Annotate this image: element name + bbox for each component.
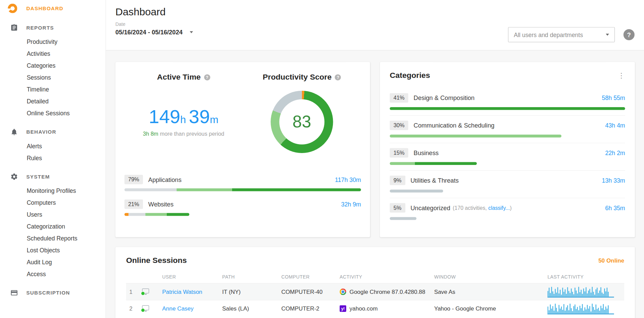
sidebar-section-label: SYSTEM <box>26 174 50 180</box>
sidebar-section-label: BEHAVIOR <box>26 129 56 135</box>
sidebar-section-behavior: BEHAVIOR Alerts Rules <box>0 125 106 164</box>
bar-segment <box>125 213 128 216</box>
category-percent-badge: 15% <box>390 148 408 158</box>
websites-stat: 21% Websites 32h 9m <box>125 199 361 216</box>
category-value: 22h 2m <box>605 150 625 156</box>
category-percent-badge: 30% <box>390 121 408 130</box>
category-row: 9% Utilities & Threats 13h 33m <box>390 171 625 198</box>
users-filter-select[interactable]: All users and departments <box>508 27 615 43</box>
sidebar-section-reports-header[interactable]: REPORTS <box>0 21 106 34</box>
sidebar: DASHBOARD REPORTS Productivity Activitie… <box>0 0 106 318</box>
chevron-down-icon <box>606 34 609 36</box>
column-header-activity: ACTIVITY <box>340 274 434 279</box>
sidebar-item-audit-log[interactable]: Audit Log <box>0 256 106 268</box>
bar-segment <box>390 135 562 137</box>
category-percent-badge: 9% <box>390 175 405 185</box>
applications-label: Applications <box>148 176 182 183</box>
sidebar-item-access[interactable]: Access <box>0 268 106 280</box>
category-row: 15% Business 22h 2m <box>390 143 625 171</box>
sidebar-item-sessions[interactable]: Sessions <box>0 72 106 84</box>
user-link[interactable]: Anne Casey <box>162 305 222 312</box>
sidebar-item-lost-objects[interactable]: Lost Objects <box>0 245 106 256</box>
productivity-score-help-icon[interactable]: ? <box>335 74 341 80</box>
active-time-help-icon[interactable]: ? <box>204 74 210 80</box>
category-bar <box>390 107 625 110</box>
computer-online-icon <box>141 288 150 295</box>
sidebar-section-label: REPORTS <box>26 25 54 31</box>
category-bar <box>390 135 625 137</box>
column-header-user: USER <box>162 274 222 279</box>
category-bar <box>390 162 625 165</box>
kebab-menu-icon[interactable]: ⋮ <box>618 72 625 79</box>
main: Dashboard Date 05/16/2024 - 05/16/2024 A… <box>106 0 644 318</box>
clipboard-icon <box>10 24 18 32</box>
sidebar-items: Productivity Activities Categories Sessi… <box>0 36 106 119</box>
productivity-score-value: 83 <box>292 112 311 132</box>
websites-value: 32h 9m <box>341 201 361 207</box>
date-range-picker[interactable]: Date 05/16/2024 - 05/16/2024 <box>115 22 193 36</box>
sidebar-item-categories[interactable]: Categories <box>0 60 106 72</box>
sidebar-item-dashboard[interactable]: DASHBOARD <box>0 2 106 15</box>
active-time-value: 149h 39m <box>149 107 219 126</box>
online-sessions-title: Online Sessions <box>126 256 187 265</box>
sidebar-item-productivity[interactable]: Productivity <box>0 36 106 48</box>
bar-segment <box>176 188 232 191</box>
computer-online-icon <box>141 305 150 312</box>
sidebar-section-subscription-header[interactable]: SUBSCRIPTION <box>0 286 106 299</box>
sidebar-item-categorization[interactable]: Categorization <box>0 221 106 233</box>
bar-segment <box>167 213 190 216</box>
dashboard-content: Active Time ? Productivity Score ? 149h … <box>106 50 644 318</box>
category-label: Communication & Scheduling <box>414 122 494 129</box>
category-label: Business <box>414 149 438 156</box>
sidebar-item-users[interactable]: Users <box>0 209 106 221</box>
category-value: 58h 55m <box>602 95 625 101</box>
sidebar-item-computers[interactable]: Computers <box>0 197 106 209</box>
sidebar-item-monitoring-profiles[interactable]: Monitoring Profiles <box>0 185 106 197</box>
date-label: Date <box>115 22 193 27</box>
table-row: 1 Patricia Watson IT (NY) COMPUTER-40 Go… <box>126 283 624 300</box>
category-label: Design & Composition <box>414 95 474 102</box>
chevron-down-icon <box>190 31 193 33</box>
sidebar-items: Alerts Rules <box>0 140 106 164</box>
credit-card-icon <box>10 289 18 297</box>
online-status-dot <box>141 308 145 312</box>
categories-title: Categories <box>390 71 430 80</box>
sidebar-item-scheduled-reports[interactable]: Scheduled Reports <box>0 233 106 245</box>
sidebar-section-behavior-header[interactable]: BEHAVIOR <box>0 125 106 138</box>
help-icon[interactable]: ? <box>624 29 635 40</box>
column-header-last-activity: LAST ACTIVITY <box>547 274 624 279</box>
sidebar-section-system-header[interactable]: SYSTEM <box>0 170 106 183</box>
active-time-delta: 3h 8m more than previous period <box>143 131 224 137</box>
categories-card: Categories ⋮ 41% Design & Composition 58… <box>380 62 635 237</box>
websites-percent-badge: 21% <box>125 199 143 209</box>
row-number: 2 <box>126 305 141 312</box>
users-filter-value: All users and departments <box>514 31 583 38</box>
active-time-title: Active Time <box>157 73 200 82</box>
column-header-computer: COMPUTER <box>281 274 340 279</box>
sidebar-item-rules[interactable]: Rules <box>0 152 106 164</box>
category-label: Uncategorized <box>410 204 450 212</box>
bell-icon <box>10 128 18 136</box>
category-percent-badge: 5% <box>390 203 405 213</box>
user-link[interactable]: Patricia Watson <box>162 288 222 295</box>
applications-bar <box>125 188 361 191</box>
sidebar-item-online-sessions[interactable]: Online Sessions <box>0 107 106 119</box>
bar-segment <box>390 189 443 192</box>
sidebar-item-timeline[interactable]: Timeline <box>0 84 106 96</box>
applications-value: 117h 30m <box>335 176 361 183</box>
online-sessions-card: Online Sessions 50 Online USER PATH COMP… <box>115 247 635 318</box>
category-note: (170 activities, classify...) <box>453 205 512 211</box>
sidebar-item-activities[interactable]: Activities <box>0 48 106 60</box>
sidebar-item-alerts[interactable]: Alerts <box>0 140 106 152</box>
applications-percent-badge: 79% <box>125 175 143 184</box>
sessions-table: USER PATH COMPUTER ACTIVITY WINDOW LAST … <box>126 271 624 317</box>
online-status-dot <box>141 291 145 296</box>
category-label: Utilities & Threats <box>410 177 458 184</box>
activity-sparkline <box>547 303 614 314</box>
sidebar-item-detailed[interactable]: Detailed <box>0 96 106 107</box>
classify-link[interactable]: classify... <box>488 205 510 211</box>
active-time-card: Active Time ? Productivity Score ? 149h … <box>115 62 370 237</box>
column-header-window: WINDOW <box>434 274 547 279</box>
gear-icon <box>10 173 18 181</box>
page-title: Dashboard <box>115 6 644 18</box>
